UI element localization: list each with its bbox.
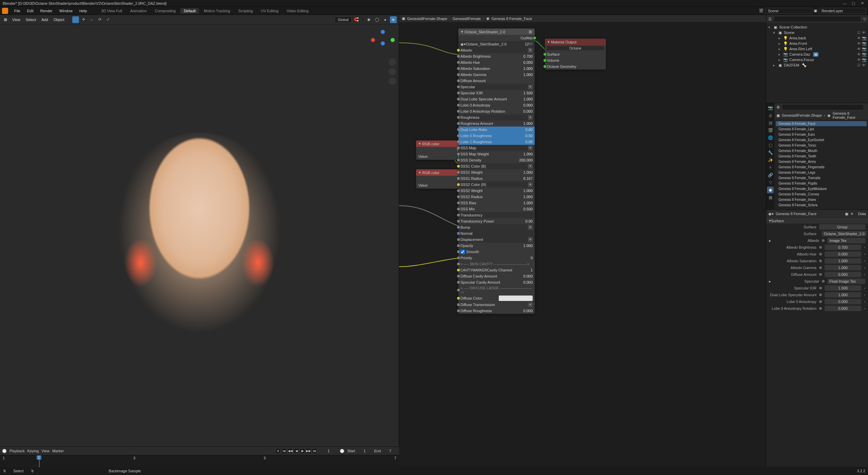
tree-scene[interactable]: ▾▣Scene☑👁 [766,30,868,35]
eye-icon[interactable]: 👁 [857,58,861,62]
gizmo-z-icon[interactable] [381,30,385,34]
tab-scene-icon[interactable]: 🎬 [767,127,774,134]
material-slot[interactable]: Genesis 8 Female_Teeth [776,154,867,159]
socket-icon[interactable] [819,253,822,255]
timeline-type-icon[interactable]: 🕐 [2,449,7,453]
eye-icon[interactable]: 👁 [862,31,866,35]
prop-value[interactable]: 1.000 [825,292,861,298]
shading-solid-icon[interactable]: ● [382,16,389,23]
socket-icon[interactable] [819,287,822,289]
vp-select[interactable]: Select [24,17,38,22]
tree-root[interactable]: ▾▣Scene Collection [766,24,868,30]
tab-3dviewfull[interactable]: 3D View Full [98,8,126,14]
node-graph[interactable]: ▣ Genesis8Female.Shape › Genesis8Female … [399,15,766,467]
render-icon[interactable]: 📷 [862,58,866,62]
scene-field[interactable]: Scene [765,8,812,14]
engine-dropdown[interactable]: Octane [547,46,604,50]
tab-default[interactable]: Default [180,8,199,14]
tab-physics-icon[interactable]: ⚛ [767,164,774,171]
material-slot[interactable]: Genesis 8 Female_Fingernails [776,165,867,170]
tab-data-icon[interactable]: ▽ [767,179,774,186]
render-icon[interactable]: 📷 [862,52,866,56]
render-icon[interactable]: 📷 [862,36,866,40]
scale-icon[interactable]: ⤢ [105,16,112,23]
outliner-search[interactable] [774,16,861,22]
orientation-dropdown[interactable]: Global [335,17,352,23]
tree-item[interactable]: ▸💡Area.back👁📷 [766,35,868,41]
more-icon[interactable]: • [864,259,865,263]
exclude-icon[interactable]: ☑ [857,63,861,67]
material-slot[interactable]: Genesis 8 Female_EyeSocket [776,137,867,142]
unlink-icon[interactable]: ✕ [850,212,853,216]
more-icon[interactable]: • [864,272,865,277]
minimize-button[interactable]: — [842,1,848,6]
tab-video[interactable]: Video Editing [283,8,312,14]
render-icon[interactable]: 📷 [862,41,866,45]
prop-value[interactable]: 1.000 [825,258,861,264]
vp-object[interactable]: Object [52,17,66,22]
menu-window[interactable]: Window [56,9,76,13]
move-icon[interactable]: ↔ [88,16,95,23]
socket-icon[interactable] [819,293,822,296]
material-slot[interactable]: Genesis 8 Female_Face [776,121,867,126]
tab-viewlayer-icon[interactable]: ▤ [767,119,774,126]
material-slot[interactable]: Genesis 8 Female_Pupils [776,181,867,186]
crumb-1[interactable]: Genesis8Female [453,17,481,21]
viewport-render[interactable] [0,24,399,457]
tree-item[interactable]: ▸📷Camera.Focus👁📷 [766,57,868,62]
more-icon[interactable]: • [864,252,865,256]
timeline-track[interactable]: 1 3 5 7 1 [0,455,399,467]
autokey-icon[interactable]: ● [275,448,281,454]
tab-render-icon[interactable]: 📷 [767,104,774,111]
shading-wire-icon[interactable]: ◯ [374,16,380,23]
more-icon[interactable]: • [864,293,865,297]
tab-compositing[interactable]: Compositing [152,8,179,14]
clock-icon[interactable]: 🕐 [340,449,344,453]
material-slot[interactable]: Genesis 8 Female_Arms [776,159,867,164]
prop-value[interactable]: 1.000 [825,265,861,270]
prop-value[interactable]: 0.700 [825,245,861,250]
surface-section-header[interactable]: ▾Surface [766,218,868,224]
outliner-type-icon[interactable]: ☰ [768,17,772,21]
vp-view[interactable]: View [10,17,22,22]
material-slot[interactable]: Genesis 8 Female_Legs [776,170,867,175]
tl-keying[interactable]: Keying [27,449,39,453]
material-slot[interactable]: Genesis 8 Female_Lips [776,127,867,132]
cursor-icon[interactable]: ✛ [80,16,87,23]
jump-start-icon[interactable]: ⏮ [281,448,287,454]
node-material-output[interactable]: ▾Material Output Octane Surface Volume O… [545,39,606,70]
node-header[interactable]: ▾Octane_SkinShader_2.0▥ [458,28,535,35]
tl-playback[interactable]: Playback [9,449,25,453]
menu-render[interactable]: Render [37,9,56,13]
socket-icon[interactable] [819,273,822,276]
prop-value[interactable]: 0.000 [825,306,861,311]
tab-motion[interactable]: Motion Tracking [200,8,234,14]
group-edit-icon[interactable]: ▥ [529,30,532,34]
material-slot[interactable]: Genesis 8 Female_Toenails [776,175,867,180]
tab-animation[interactable]: Animation [127,8,150,14]
gizmo-y-icon[interactable] [391,38,395,42]
render-icon[interactable]: 📷 [862,47,866,51]
socket-icon[interactable] [544,59,546,62]
chevron-right-icon[interactable]: ▸ [769,279,773,284]
end-frame[interactable]: 7 [383,449,397,453]
surface-group-field[interactable]: Octane_SkinShader_2.0 [822,231,867,236]
props-search[interactable] [782,104,864,110]
material-slot[interactable]: Genesis 8 Female_EyeMoisture [776,186,867,191]
tab-scripting[interactable]: Scripting [235,8,256,14]
tree-collection[interactable]: ▸▣DAZFEM🦴☑👁 [766,62,868,68]
prop-value[interactable]: 1.500 [825,285,861,291]
props-type-icon[interactable]: ⚙ [776,105,780,110]
socket-icon[interactable] [819,260,822,262]
filter-icon[interactable]: ▽ [863,17,866,21]
material-slot[interactable]: Genesis 8 Female_Irises [776,197,867,202]
maximize-button[interactable]: ▢ [850,1,856,6]
eye-icon[interactable]: 👁 [857,52,861,56]
prev-key-icon[interactable]: ◀◀ [288,448,293,454]
socket-icon[interactable] [819,246,822,249]
crumb-2[interactable]: Genesis 8 Female_Face [492,17,532,21]
tab-modifier-icon[interactable]: 🔧 [767,149,774,156]
copy-icon[interactable]: ▣ [845,212,848,216]
eye-icon[interactable]: 👁 [862,63,866,67]
material-slot-list[interactable]: Genesis 8 Female_FaceGenesis 8 Female_Li… [774,119,868,209]
